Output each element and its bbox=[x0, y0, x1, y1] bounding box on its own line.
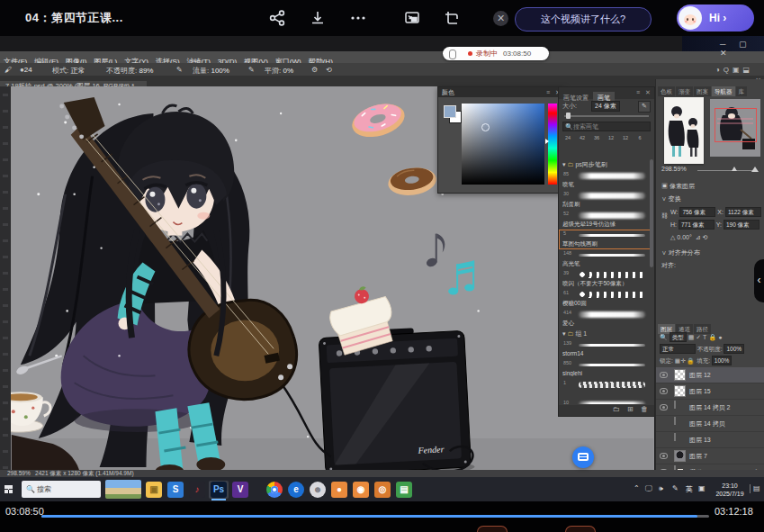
brush-size-value[interactable]: 24 像素 bbox=[591, 101, 620, 112]
download-icon[interactable] bbox=[309, 9, 327, 27]
netdisk-icon[interactable]: S bbox=[166, 481, 185, 499]
panel-tab-导航器[interactable]: 导航器 bbox=[712, 86, 735, 96]
foreground-color-swatch[interactable] bbox=[444, 105, 456, 118]
color-picker-marker[interactable] bbox=[481, 123, 490, 131]
reference-image-thumbnail[interactable] bbox=[664, 97, 704, 164]
layer-row[interactable]: 图层 14 拷贝 2 bbox=[656, 400, 764, 416]
brush-preset[interactable]: 36 bbox=[589, 134, 604, 140]
status-zoom[interactable]: 298.59% bbox=[7, 470, 31, 476]
brush-item[interactable]: 39喷闪（不要大于50像素） bbox=[559, 269, 651, 289]
brush-panel-footer-icons[interactable]: 🗀 ⊞ 🗑 bbox=[559, 405, 654, 416]
ghost-button[interactable] bbox=[477, 526, 508, 532]
layer-row[interactable]: 图层 15 bbox=[656, 383, 764, 400]
layer-row[interactable]: 图层 7 bbox=[656, 448, 764, 464]
brush-item[interactable]: 61樱糖00圆 bbox=[559, 289, 651, 309]
layer-opacity-field[interactable]: 100% bbox=[724, 344, 744, 354]
menu-视图(V)[interactable]: 视图(V) bbox=[240, 55, 272, 63]
layer-thumbnail[interactable] bbox=[674, 417, 676, 425]
orange-tool-icon[interactable]: ◎ bbox=[373, 481, 392, 499]
layer-thumbnail[interactable] bbox=[674, 385, 686, 397]
flow-option[interactable]: 流量: 100% bbox=[193, 66, 229, 76]
panel-tab-图案[interactable]: 图案 bbox=[694, 86, 711, 96]
panel-tab-渐变[interactable]: 渐变 bbox=[676, 86, 693, 96]
menu-文件(F)[interactable]: 文件(F) bbox=[0, 55, 31, 63]
saturation-brightness-field[interactable] bbox=[462, 104, 544, 185]
navigator-view-rect[interactable] bbox=[715, 108, 757, 142]
weather-widget-thumbnail[interactable] bbox=[105, 480, 141, 499]
airbrush-icon[interactable]: ✎ bbox=[248, 66, 255, 74]
zoom-slider-handle[interactable] bbox=[732, 167, 737, 171]
layer-row[interactable]: 图层 12 bbox=[656, 367, 764, 383]
brush-item[interactable]: 414爱心 bbox=[559, 309, 651, 329]
brush-size-slider[interactable] bbox=[564, 115, 649, 117]
brush-preset[interactable]: 12 bbox=[604, 134, 618, 140]
filter-type-select[interactable]: 类型 bbox=[670, 332, 687, 342]
angle-icon[interactable]: ⟲ bbox=[326, 66, 332, 74]
navigator-preview[interactable] bbox=[710, 99, 760, 157]
layer-row[interactable]: 图层 13 bbox=[656, 432, 764, 448]
layer-thumbnail[interactable] bbox=[674, 433, 676, 441]
display-icon[interactable]: 🖵 bbox=[645, 484, 652, 493]
chat-bubble-button[interactable] bbox=[572, 446, 594, 468]
navigator-zoom-slider[interactable] bbox=[697, 170, 753, 171]
tray-expand-icon[interactable]: ⌃ bbox=[634, 484, 640, 492]
notification-center-icon[interactable]: ▤ bbox=[750, 484, 762, 493]
more-icon[interactable] bbox=[349, 9, 367, 27]
chrome-icon[interactable] bbox=[265, 481, 284, 499]
pressure-opacity-icon[interactable]: ✎ bbox=[176, 66, 183, 74]
brush-item[interactable]: 148高光笔 bbox=[559, 249, 651, 269]
green-doc-icon[interactable]: ▤ bbox=[394, 481, 414, 499]
brush-size-preview[interactable]: ●24 bbox=[20, 66, 32, 74]
taskbar-search-input[interactable]: 🔍 搜索 bbox=[22, 481, 101, 498]
brush-preset[interactable]: 42 bbox=[575, 134, 589, 140]
brush-list-scrollbar[interactable] bbox=[650, 159, 653, 267]
brush-item[interactable]: 30刮蛋刷 bbox=[559, 190, 651, 210]
menu-编辑(E)[interactable]: 编辑(E) bbox=[31, 55, 62, 63]
brush-preset[interactable]: 12 bbox=[618, 134, 633, 140]
menu-图像(I)[interactable]: 图像(I) bbox=[62, 55, 91, 63]
brush-item[interactable]: 85喷笔 bbox=[559, 170, 651, 190]
menu-滤镜(T)[interactable]: 滤镜(T) bbox=[184, 55, 214, 63]
start-menu-icon[interactable] bbox=[4, 485, 13, 493]
orange-browser-icon[interactable]: ◉ bbox=[351, 481, 371, 499]
brush-folder[interactable]: ▾ 🗀 ps同步笔刷 bbox=[559, 159, 651, 170]
photoshop-icon[interactable]: Ps bbox=[209, 481, 229, 499]
volume-icon[interactable]: 🕪 bbox=[659, 484, 663, 493]
link-dimensions-icon[interactable]: ⛓ bbox=[661, 212, 668, 219]
assistant-button[interactable]: Hi › bbox=[677, 5, 754, 32]
hue-slider[interactable] bbox=[548, 104, 557, 185]
clock[interactable]: 23:10 2025/7/19 bbox=[709, 482, 751, 498]
ime-indicator[interactable]: 英 bbox=[686, 484, 693, 494]
side-panel-toggle[interactable]: ‹ bbox=[754, 259, 764, 302]
close-ask-icon[interactable]: ✕ bbox=[493, 11, 508, 26]
width-field[interactable]: 756 像素 bbox=[679, 207, 715, 217]
brush-item[interactable]: 850singlehi bbox=[559, 359, 651, 379]
ask-video-button[interactable]: 这个视频讲了什么? bbox=[515, 7, 652, 32]
brush-tool-icon[interactable]: 🖌 bbox=[4, 66, 12, 74]
blend-mode-select[interactable]: 正常 bbox=[660, 344, 696, 354]
visibility-eye-icon[interactable] bbox=[660, 404, 668, 410]
gear-icon[interactable]: ⚙ bbox=[311, 66, 318, 74]
transform-section-header[interactable]: ∨ 变换 bbox=[661, 194, 681, 203]
brush-size-slider-knob[interactable] bbox=[566, 113, 571, 119]
visibility-eye-icon[interactable] bbox=[660, 372, 668, 378]
hue-slider-marker[interactable] bbox=[545, 139, 549, 144]
zoom-in-icon[interactable] bbox=[751, 167, 759, 172]
brush-folder[interactable]: ▾ 🗀 组 1 bbox=[559, 329, 651, 339]
brush-edit-icon[interactable]: ✎ bbox=[638, 101, 651, 113]
panel-tab-色板[interactable]: 色板 bbox=[658, 86, 675, 96]
layer-thumbnail[interactable] bbox=[674, 369, 686, 381]
workspace-icons[interactable]: ◑Q▣⬓ bbox=[715, 66, 753, 74]
pen-icon[interactable]: ✎ bbox=[672, 484, 679, 492]
rotate-angle-field[interactable]: △ 0.00° ⊿ ⟲ bbox=[670, 234, 707, 241]
layer-thumbnail[interactable] bbox=[674, 450, 686, 462]
lock-icons[interactable]: ▦✛🔒 bbox=[675, 357, 696, 364]
layer-fill-field[interactable]: 100% bbox=[712, 356, 733, 365]
trim-icon[interactable] bbox=[443, 9, 461, 27]
menu-窗口(W)[interactable]: 窗口(W) bbox=[272, 55, 305, 63]
menu-图层(L)[interactable]: 图层(L) bbox=[90, 55, 121, 63]
visibility-eye-icon[interactable] bbox=[660, 453, 668, 459]
color-panel-header[interactable]: 颜色 ≡ ✕ bbox=[438, 87, 565, 97]
brush-preset[interactable]: 6 bbox=[633, 134, 647, 140]
align-section-header[interactable]: ∨ 对齐并分布 bbox=[661, 248, 700, 257]
